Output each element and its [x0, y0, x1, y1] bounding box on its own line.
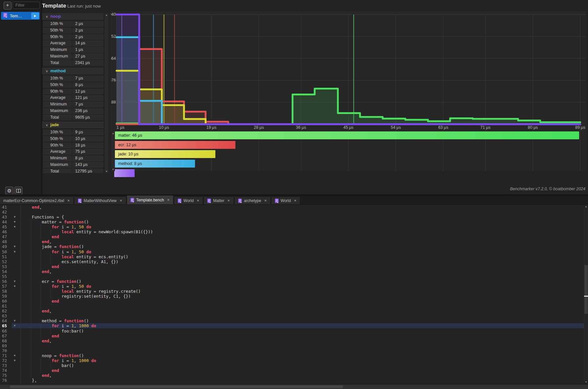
scrollbar-thumb[interactable] [584, 265, 588, 314]
scrollbar-thumb[interactable] [10, 385, 343, 388]
scroll-down-icon[interactable]: ▼ [111, 168, 115, 171]
fold-arrow-icon[interactable]: ▼ [14, 284, 15, 289]
stats-section-header-method[interactable]: ∨method [42, 68, 103, 74]
code-line-53[interactable]: 53 end [0, 264, 584, 269]
tab-matterecr-common-optimize2-rbxl[interactable]: matterEcr-Common-Optimize2.rbxl✕ [0, 197, 73, 204]
tab-world[interactable]: World✕ [272, 197, 300, 204]
stats-section-header-noop[interactable]: ∨noop [42, 13, 103, 20]
close-icon[interactable]: ✕ [167, 198, 169, 202]
tab-label: Matter [213, 198, 224, 203]
stats-row: 90th %18 µs [43, 143, 103, 149]
scroll-up-icon[interactable]: ▲ [584, 205, 588, 208]
settings-button[interactable]: ⚙ [5, 187, 13, 195]
fold-arrow-icon[interactable]: ▼ [14, 215, 15, 219]
code-line-60[interactable]: 60 end [0, 299, 584, 304]
close-icon[interactable]: ✕ [67, 199, 70, 202]
code-line-56[interactable]: 56▼ ecr = function() [0, 279, 584, 284]
code-line-71[interactable]: 71▼ noop = function() [0, 353, 584, 358]
code-line-55[interactable]: 55 [0, 274, 584, 279]
fold-arrow-icon[interactable]: ▼ [14, 323, 15, 328]
code-line-59[interactable]: 59 registry:set(entity, C1, {}) [0, 294, 584, 299]
code-line-67[interactable]: 67 end [0, 333, 584, 338]
code-line-68[interactable]: 68 end, [0, 338, 584, 343]
sidebar-item-template[interactable]: Tem… ▶ [1, 12, 40, 20]
line-number: 53 [2, 264, 11, 269]
legend-item-ecr[interactable]: ecr: 12 µs [114, 141, 235, 149]
run-benchmark-button[interactable]: ▶ [31, 12, 39, 19]
close-icon[interactable]: ✕ [120, 199, 122, 202]
code-line-69[interactable]: 69 [0, 343, 584, 348]
fold-arrow-icon[interactable]: ▼ [14, 358, 15, 363]
code-line-63[interactable]: 63 [0, 313, 584, 318]
legend-item-noop[interactable] [114, 169, 135, 177]
stat-label: 10th % [43, 21, 72, 27]
code-line-75[interactable]: 75 end, [0, 373, 584, 378]
code-line-72[interactable]: 72▼ for i = 1, 1000 do [0, 358, 584, 363]
stats-panel: ∨noop10th %2 µs50th %2 µs90th %2 µsAvera… [42, 13, 105, 173]
close-icon[interactable]: ✕ [294, 199, 296, 202]
code-line-70[interactable]: 70 [0, 348, 584, 353]
code-line-52[interactable]: 52 ecs.set(entity, A1, {}) [0, 259, 584, 264]
line-number: 76 [2, 378, 11, 383]
editor-scrollbar[interactable]: ▲ ▼ [584, 205, 588, 384]
code-line-41[interactable]: 41 end, [0, 205, 584, 210]
code-line-64[interactable]: 64▼ method = function() [0, 318, 584, 323]
stats-scrollbar[interactable]: ▲ ▼ [105, 13, 108, 173]
code-line-45[interactable]: 45▼ for i = 1, 50 do [0, 224, 584, 229]
stats-section-header-jade[interactable]: ∨jade [42, 122, 103, 128]
code-line-62[interactable]: 62 end, [0, 309, 584, 313]
code-line-66[interactable]: 66 foo:bar() [0, 329, 584, 333]
code-line-65[interactable]: 65▼ for i = 1, 1000 do [0, 323, 584, 328]
code-line-42[interactable]: 42 [0, 210, 584, 215]
tab-archetype[interactable]: archetype✕ [235, 197, 270, 204]
close-icon[interactable]: ✕ [197, 199, 199, 202]
code-line-49[interactable]: 49▼ jade = function() [0, 244, 584, 249]
fold-arrow-icon[interactable]: ▼ [14, 244, 15, 249]
code-line-47[interactable]: 47 end [0, 234, 584, 239]
fold-arrow-icon[interactable]: ▼ [14, 279, 15, 284]
fold-arrow-icon[interactable]: ▼ [14, 219, 15, 224]
fold-arrow-icon[interactable]: ▼ [14, 318, 15, 323]
scroll-down-icon[interactable]: ▼ [584, 381, 588, 383]
fold-arrow-icon[interactable]: ▼ [14, 224, 15, 229]
code-line-76[interactable]: 76 }, [0, 378, 584, 383]
code-line-43[interactable]: 43▼ Functions = { [0, 215, 584, 219]
current-line-highlight [12, 323, 584, 328]
script-tab-bar: matterEcr-Common-Optimize2.rbxl✕MatterWi… [0, 195, 588, 204]
stat-value: 12795 µs [72, 169, 103, 173]
code-editor[interactable]: 41 end,4243▼ Functions = {44▼ matter = f… [0, 205, 584, 384]
code-line-51[interactable]: 51 local entity = ecs.entity() [0, 254, 584, 259]
add-benchmark-button[interactable]: + [4, 2, 11, 10]
tab-template-bench[interactable]: Template.bench✕ [127, 195, 173, 204]
tab-matterwithoutview[interactable]: MatterWithoutView✕ [75, 197, 126, 204]
code-line-44[interactable]: 44▼ matter = function() [0, 219, 584, 224]
code-line-46[interactable]: 46 local entity = newWorld:spawn(B1({})) [0, 229, 584, 234]
docs-button[interactable] [14, 187, 23, 195]
fold-arrow-icon[interactable]: ▼ [14, 353, 15, 358]
stat-label: Maximum [43, 162, 72, 168]
code-line-57[interactable]: 57▼ for i = 1, 50 do [0, 284, 584, 289]
tab-matter[interactable]: Matter✕ [204, 197, 233, 204]
close-icon[interactable]: ✕ [264, 199, 267, 202]
scroll-up-icon[interactable]: ▲ [111, 132, 115, 134]
code-text: end [22, 264, 59, 269]
code-line-73[interactable]: 73 bar() [0, 363, 584, 368]
fold-arrow-icon[interactable]: ▼ [14, 249, 15, 254]
filter-input[interactable] [12, 2, 40, 9]
legend-item-jade[interactable]: jade: 10 µs [114, 150, 215, 158]
script-icon [275, 198, 279, 203]
code-line-74[interactable]: 74 end [0, 368, 584, 373]
scroll-down-icon[interactable]: ▼ [105, 170, 108, 172]
code-line-50[interactable]: 50▼ for i = 1, 50 do [0, 249, 584, 254]
horizontal-scrollbar[interactable] [0, 384, 588, 389]
code-line-58[interactable]: 58 local entity = registry.create() [0, 289, 584, 294]
scroll-up-icon[interactable]: ▲ [105, 14, 108, 16]
close-icon[interactable]: ✕ [227, 199, 230, 202]
legend-scrollbar[interactable]: ▲ ▼ [111, 131, 115, 171]
legend-item-method[interactable]: method: 8 µs [114, 160, 195, 168]
code-line-54[interactable]: 54 end, [0, 269, 584, 274]
code-line-61[interactable]: 61 [0, 304, 584, 309]
code-line-48[interactable]: 48 end, [0, 239, 584, 244]
tab-world[interactable]: World✕ [174, 197, 203, 204]
legend-item-matter[interactable]: matter: 46 µs [114, 131, 579, 139]
